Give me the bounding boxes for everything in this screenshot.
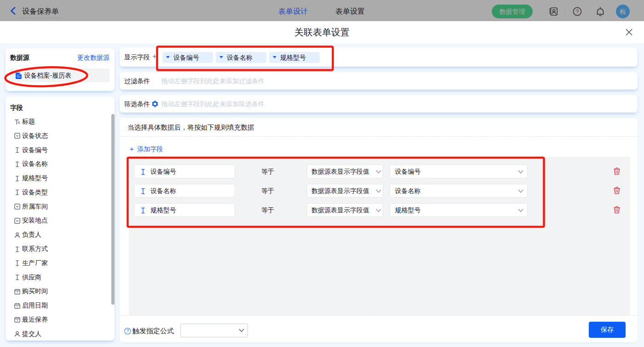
svg-text:?: ? [126,329,129,334]
svg-text:7: 7 [16,305,18,308]
svg-text:7: 7 [16,291,18,294]
svg-text:7: 7 [16,319,18,322]
svg-text:?: ? [576,9,579,14]
